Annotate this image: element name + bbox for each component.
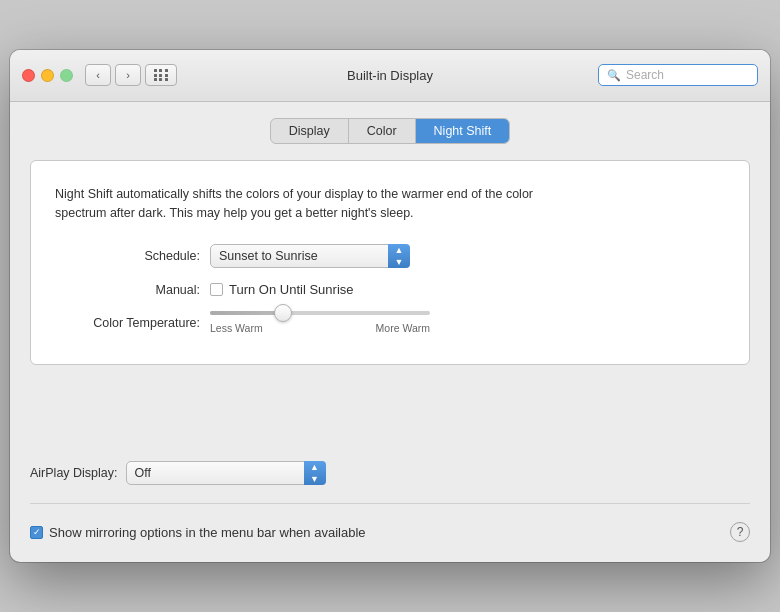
search-box[interactable]: 🔍 bbox=[598, 64, 758, 86]
titlebar: ‹ › Built-in Display 🔍 bbox=[10, 50, 770, 102]
schedule-label: Schedule: bbox=[55, 249, 210, 263]
less-warm-label: Less Warm bbox=[210, 322, 263, 334]
airplay-select[interactable]: Off Apple TV bbox=[126, 461, 326, 485]
slider-section: Less Warm More Warm bbox=[210, 311, 430, 334]
more-warm-label: More Warm bbox=[376, 322, 430, 334]
mirror-row: ✓ Show mirroring options in the menu bar… bbox=[30, 522, 750, 542]
forward-button[interactable]: › bbox=[115, 64, 141, 86]
airplay-dropdown-container: Off Apple TV ▲ ▼ bbox=[126, 461, 326, 485]
grid-button[interactable] bbox=[145, 64, 177, 86]
content-area: Display Color Night Shift Night Shift au… bbox=[10, 102, 770, 563]
tab-bar: Display Color Night Shift bbox=[30, 118, 750, 144]
manual-row: Manual: Turn On Until Sunrise bbox=[55, 282, 725, 297]
tab-nightshift[interactable]: Night Shift bbox=[416, 119, 510, 143]
mirror-checkbox[interactable]: ✓ bbox=[30, 526, 43, 539]
manual-checkbox-row: Turn On Until Sunrise bbox=[210, 282, 354, 297]
search-input[interactable] bbox=[626, 68, 749, 82]
airplay-label: AirPlay Display: bbox=[30, 466, 118, 480]
maximize-button[interactable] bbox=[60, 69, 73, 82]
manual-checkbox-label: Turn On Until Sunrise bbox=[229, 282, 354, 297]
nightshift-description: Night Shift automatically shifts the col… bbox=[55, 185, 575, 223]
nightshift-panel: Night Shift automatically shifts the col… bbox=[30, 160, 750, 366]
main-window: ‹ › Built-in Display 🔍 Display Color bbox=[10, 50, 770, 563]
grid-icon bbox=[154, 69, 169, 81]
divider bbox=[30, 503, 750, 504]
chevron-right-icon: › bbox=[126, 69, 130, 81]
bottom-section: AirPlay Display: Off Apple TV ▲ ▼ ✓ bbox=[30, 461, 750, 542]
back-button[interactable]: ‹ bbox=[85, 64, 111, 86]
schedule-dropdown-container: Sunset to Sunrise Custom Schedule Off ▲ … bbox=[210, 244, 410, 268]
window-title: Built-in Display bbox=[347, 68, 433, 83]
airplay-row: AirPlay Display: Off Apple TV ▲ ▼ bbox=[30, 461, 750, 485]
color-temp-label: Color Temperature: bbox=[55, 316, 210, 330]
schedule-select[interactable]: Sunset to Sunrise Custom Schedule Off bbox=[210, 244, 410, 268]
manual-checkbox[interactable] bbox=[210, 283, 223, 296]
slider-track bbox=[210, 311, 430, 315]
minimize-button[interactable] bbox=[41, 69, 54, 82]
tab-group: Display Color Night Shift bbox=[270, 118, 511, 144]
tab-color[interactable]: Color bbox=[349, 119, 416, 143]
search-icon: 🔍 bbox=[607, 69, 621, 82]
nav-buttons: ‹ › bbox=[85, 64, 141, 86]
schedule-row: Schedule: Sunset to Sunrise Custom Sched… bbox=[55, 244, 725, 268]
mirror-left: ✓ Show mirroring options in the menu bar… bbox=[30, 525, 366, 540]
form-rows: Schedule: Sunset to Sunrise Custom Sched… bbox=[55, 244, 725, 334]
tab-display[interactable]: Display bbox=[271, 119, 349, 143]
help-button[interactable]: ? bbox=[730, 522, 750, 542]
spacer bbox=[30, 381, 750, 461]
chevron-left-icon: ‹ bbox=[96, 69, 100, 81]
mirror-label: Show mirroring options in the menu bar w… bbox=[49, 525, 366, 540]
color-temp-row: Color Temperature: Less Warm More Warm bbox=[55, 311, 725, 334]
slider-track-container bbox=[210, 311, 430, 315]
traffic-lights bbox=[22, 69, 73, 82]
slider-labels: Less Warm More Warm bbox=[210, 322, 430, 334]
slider-thumb[interactable] bbox=[274, 304, 292, 322]
close-button[interactable] bbox=[22, 69, 35, 82]
manual-label: Manual: bbox=[55, 283, 210, 297]
